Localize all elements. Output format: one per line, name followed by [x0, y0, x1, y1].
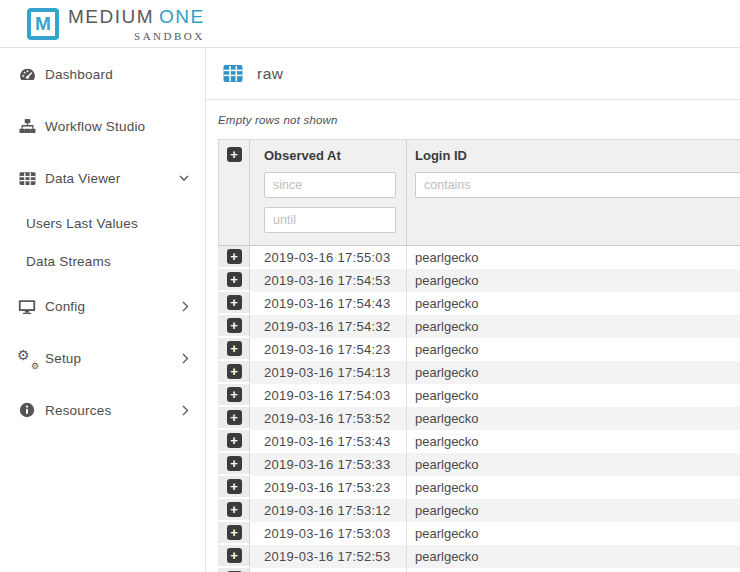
- sidebar-item-workflow-studio[interactable]: Workflow Studio: [0, 100, 205, 152]
- observed-at-cell: 2019-03-16 17:53:23: [250, 476, 407, 499]
- login-id-cell: [407, 568, 740, 572]
- table-row: +: [218, 568, 740, 572]
- observed-at-cell: 2019-03-16 17:53:52: [250, 407, 407, 430]
- expand-row-button[interactable]: +: [227, 502, 242, 517]
- sidebar-item-label: Data Viewer: [45, 171, 121, 186]
- expand-row-button[interactable]: +: [227, 387, 242, 402]
- expand-row-button[interactable]: +: [227, 479, 242, 494]
- login-id-cell: pearlgecko: [407, 476, 740, 499]
- observed-at-column-label: Observed At: [264, 148, 406, 163]
- table-row: + 2019-03-16 17:53:03 pearlgecko: [218, 522, 740, 545]
- chevron-down-icon: [179, 175, 189, 182]
- sidebar-item-setup[interactable]: ⚙ ⚙ Setup: [0, 332, 205, 384]
- table-row: + 2019-03-16 17:54:23 pearlgecko: [218, 338, 740, 361]
- table-header-row: + Observed At Login ID: [218, 139, 740, 246]
- table-row: + 2019-03-16 17:52:53 pearlgecko: [218, 545, 740, 568]
- sidebar-item-data-streams[interactable]: Data Streams: [0, 242, 205, 280]
- expand-cell: +: [218, 545, 250, 568]
- expand-cell: +: [218, 407, 250, 430]
- observed-at-cell: 2019-03-16 17:55:03: [250, 246, 407, 269]
- sidebar-item-users-last-values[interactable]: Users Last Values: [0, 204, 205, 242]
- observed-at-cell: 2019-03-16 17:53:43: [250, 430, 407, 453]
- contains-filter-input[interactable]: [415, 172, 740, 198]
- chevron-right-icon: [182, 405, 189, 416]
- table-body: + 2019-03-16 17:55:03 pearlgecko + 2019-…: [218, 246, 740, 572]
- table-row: + 2019-03-16 17:54:03 pearlgecko: [218, 384, 740, 407]
- table-row: + 2019-03-16 17:53:12 pearlgecko: [218, 499, 740, 522]
- expand-row-button[interactable]: +: [227, 318, 242, 333]
- expand-cell: +: [218, 292, 250, 315]
- sidebar-item-config[interactable]: Config: [0, 280, 205, 332]
- observed-at-cell: 2019-03-16 17:53:12: [250, 499, 407, 522]
- medium-one-logo[interactable]: M MEDIUMONE SANDBOX: [27, 6, 205, 42]
- expand-row-button[interactable]: +: [227, 548, 242, 563]
- table-row: + 2019-03-16 17:54:32 pearlgecko: [218, 315, 740, 338]
- expand-cell: +: [218, 522, 250, 545]
- expand-row-button[interactable]: +: [227, 456, 242, 471]
- expand-all-button[interactable]: +: [227, 147, 242, 162]
- table-row: + 2019-03-16 17:54:13 pearlgecko: [218, 361, 740, 384]
- expand-row-button[interactable]: +: [227, 410, 242, 425]
- top-bar: M MEDIUMONE SANDBOX: [0, 0, 740, 48]
- expand-cell: +: [218, 430, 250, 453]
- expand-cell: +: [218, 453, 250, 476]
- observed-at-cell: [250, 568, 407, 572]
- table-row: + 2019-03-16 17:53:43 pearlgecko: [218, 430, 740, 453]
- logo-text: MEDIUMONE SANDBOX: [68, 6, 205, 42]
- stream-header: raw: [206, 48, 740, 100]
- login-id-column-label: Login ID: [415, 148, 740, 163]
- sidebar-item-resources[interactable]: Resources: [0, 384, 205, 436]
- sidebar-item-data-viewer[interactable]: Data Viewer: [0, 152, 205, 204]
- expand-cell: +: [218, 568, 250, 572]
- expand-row-button[interactable]: +: [227, 295, 242, 310]
- info-circle-icon: [18, 402, 36, 418]
- login-id-cell: pearlgecko: [407, 246, 740, 269]
- expand-row-button[interactable]: +: [227, 272, 242, 287]
- since-filter-input[interactable]: [264, 172, 396, 198]
- expand-row-button[interactable]: +: [227, 433, 242, 448]
- empty-rows-note: Empty rows not shown: [218, 114, 740, 126]
- page-title: raw: [257, 65, 283, 83]
- data-table: + Observed At Login ID: [218, 139, 740, 572]
- gears-icon: ⚙ ⚙: [18, 349, 36, 367]
- observed-at-cell: 2019-03-16 17:54:23: [250, 338, 407, 361]
- login-id-header-cell: Login ID: [407, 139, 740, 246]
- expand-cell: +: [218, 384, 250, 407]
- chevron-right-icon: [182, 301, 189, 312]
- sidebar-item-dashboard[interactable]: Dashboard: [0, 48, 205, 100]
- expand-all-header-cell: +: [218, 139, 250, 246]
- until-filter-input[interactable]: [264, 207, 396, 233]
- expand-row-button[interactable]: +: [227, 249, 242, 264]
- observed-at-cell: 2019-03-16 17:54:03: [250, 384, 407, 407]
- login-id-cell: pearlgecko: [407, 384, 740, 407]
- login-id-cell: pearlgecko: [407, 315, 740, 338]
- expand-row-button[interactable]: +: [227, 341, 242, 356]
- sidebar-item-label: Workflow Studio: [45, 119, 145, 134]
- observed-at-cell: 2019-03-16 17:53:33: [250, 453, 407, 476]
- table-row: + 2019-03-16 17:54:53 pearlgecko: [218, 269, 740, 292]
- expand-row-button[interactable]: +: [227, 364, 242, 379]
- main-content: raw Empty rows not shown + Observed At: [206, 48, 740, 572]
- expand-cell: +: [218, 246, 250, 269]
- table-row: + 2019-03-16 17:54:43 pearlgecko: [218, 292, 740, 315]
- login-id-cell: pearlgecko: [407, 269, 740, 292]
- sidebar-item-label: Setup: [45, 351, 81, 366]
- expand-cell: +: [218, 476, 250, 499]
- table-blue-icon: [223, 64, 243, 83]
- expand-cell: +: [218, 315, 250, 338]
- expand-cell: +: [218, 361, 250, 384]
- login-id-cell: pearlgecko: [407, 338, 740, 361]
- monitor-icon: [18, 298, 36, 315]
- sidebar: Dashboard Workflow Studio: [0, 48, 206, 572]
- sidebar-item-label: Resources: [45, 403, 111, 418]
- table-row: + 2019-03-16 17:55:03 pearlgecko: [218, 246, 740, 269]
- expand-row-button[interactable]: +: [227, 525, 242, 540]
- observed-at-cell: 2019-03-16 17:54:43: [250, 292, 407, 315]
- logo-m-mark-icon: M: [27, 8, 59, 40]
- login-id-cell: pearlgecko: [407, 522, 740, 545]
- data-table-icon: [18, 170, 36, 187]
- table-row: + 2019-03-16 17:53:33 pearlgecko: [218, 453, 740, 476]
- brand-subtitle: SANDBOX: [134, 30, 205, 42]
- chevron-right-icon: [182, 353, 189, 364]
- observed-at-cell: 2019-03-16 17:54:13: [250, 361, 407, 384]
